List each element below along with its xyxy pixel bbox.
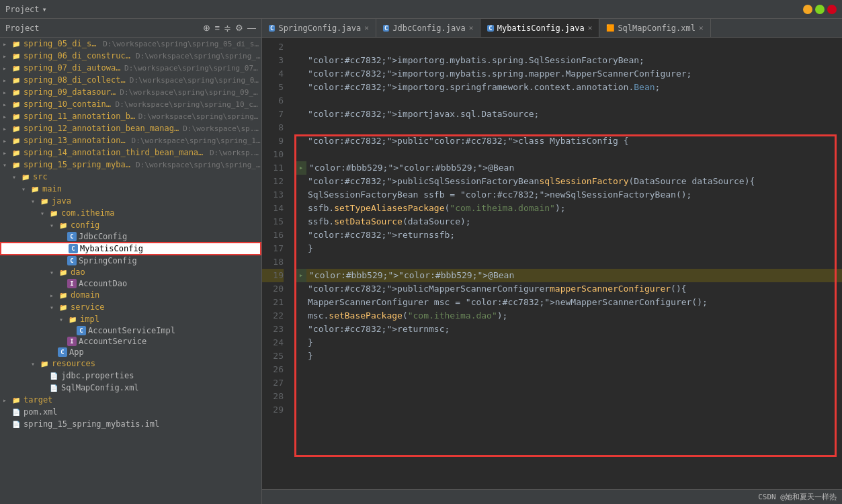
tree-item-spring_05[interactable]: ▸ 📁 spring_05_di_set D:\workspace\spring… [0,38,261,50]
line-content[interactable]: "color:#cc7832;">return [308,323,429,336]
line-content[interactable]: ssfb.setTypeAliasesPackage("com.itheima.… [308,202,566,215]
line-content[interactable]: "color:#cc7832;">public [308,282,429,296]
tab-close-button[interactable]: ✕ [469,24,474,32]
tree-item-iml[interactable]: 📄 spring_15_spring_mybatis.iml [0,418,261,430]
tab-MybatisConfig[interactable]: C MybatisConfig.java ✕ [480,19,599,37]
tree-item-spring_11[interactable]: ▸ 📁 spring_11_annotation_bean D:\workspa… [0,110,261,122]
tree-item-App[interactable]: C App [0,347,261,358]
tree-item-spring_09[interactable]: ▸ 📁 spring_09_datasource D:\workspace\sp… [0,86,261,98]
line-content[interactable] [308,148,313,161]
tree-item-config[interactable]: ▾ 📁 config [0,219,261,231]
line-content[interactable]: "color:#cc7832;">import [308,67,429,81]
line-content[interactable]: MapperScannerConfigurer msc = "color:#cc… [308,296,571,309]
tree-item-MybatisConfig[interactable]: C MybatisConfig [0,242,261,255]
line-content[interactable]: "color:#bbb529;">"color:#bbb529;">@Bean [309,269,514,282]
tab-close-button[interactable]: ✕ [699,24,704,32]
folder-icon: 📁 [20,171,31,182]
line-content[interactable]: "color:#cc7832;">public [308,175,429,188]
line-content[interactable]: msc.setBasePackage("com.itheima.dao"); [308,309,507,323]
line-content[interactable]: "color:#bbb529;">"color:#bbb529;">@Bean [309,161,514,175]
tree-item-AccountDao[interactable]: I AccountDao [0,278,261,289]
tree-item-name: pom.xml [24,407,58,417]
tree-item-dao[interactable]: ▾ 📁 dao [0,266,261,278]
tree-item-spring_08[interactable]: ▸ 📁 spring_08_di_collection D:\workspace… [0,74,261,86]
tab-java-icon: C [487,25,493,32]
line-content[interactable]: SqlSessionFactoryBean ssfb = "color:#cc7… [308,188,566,202]
tree-item-spring_07[interactable]: ▸ 📁 spring_07_di_autoware D:\workspace\s… [0,62,261,74]
line-content[interactable]: "color:#cc7832;">import [308,54,429,67]
line-content[interactable] [308,40,313,54]
line-content[interactable] [308,121,313,134]
tree-arrow: ▸ [3,137,11,144]
tree-item-java[interactable]: ▾ 📁 java [0,195,261,207]
folder-icon: 📁 [58,220,69,230]
folder-icon: 📁 [11,159,22,170]
tab-SpringConfig[interactable]: C SpringConfig.java ✕ [262,19,376,37]
code-editor[interactable]: 2345678910111213141516171819202122232425… [262,38,842,489]
tree-item-domain[interactable]: ▸ 📁 domain [0,289,261,301]
tree-item-spring_13[interactable]: ▸ 📁 spring_13_annotation_di D:\workspace… [0,134,261,146]
tree-item-spring_10[interactable]: ▸ 📁 spring_10_container D:\workspace\spr… [0,98,261,110]
tree-item-name: dao [71,267,85,277]
line-content[interactable]: "color:#cc7832;">import [308,81,429,94]
tree-item-service[interactable]: ▾ 📁 service [0,301,261,313]
collapse-icon[interactable]: ≑ [224,23,231,33]
line-content[interactable]: } [308,242,313,255]
tree-item-pom[interactable]: 📄 pom.xml [0,406,261,418]
line-content[interactable]: } [308,349,313,363]
tree-arrow: ▾ [3,161,11,169]
tree-item-AccountServiceImpl[interactable]: C AccountServiceImpl [0,325,261,336]
tree-item-impl[interactable]: ▾ 📁 impl [0,313,261,325]
tab-SqlMapConfig[interactable]: 🟧 SqlMapConfig.xml ✕ [599,19,710,37]
code-line-4: "color:#cc7832;">import org.mybatis.spri… [294,67,842,81]
tab-xml-icon: 🟧 [606,24,614,32]
line-content[interactable]: ssfb.setDataSource(dataSource); [308,215,471,228]
bottom-bar: CSDN @她和夏天一样热 [262,489,842,504]
tree-item-SpringConfig[interactable]: C SpringConfig [0,255,261,266]
folder-icon: 📁 [11,135,22,146]
code-line-5: "color:#cc7832;">import org.springframew… [294,81,842,94]
line-content[interactable] [308,390,313,403]
tree-item-name: App [69,347,84,357]
line-content[interactable] [308,94,313,108]
line-content[interactable] [308,363,313,376]
xml-icon: 📄 [11,407,22,417]
new-file-icon[interactable]: ⊕ [203,23,210,33]
maximize-button[interactable] [815,5,825,14]
tree-item-main[interactable]: ▾ 📁 main [0,183,261,195]
tree-item-SqlMapConfig[interactable]: 📄 SqlMapConfig.xml [0,382,261,394]
tree-item-spring_15[interactable]: ▾ 📁 spring_15_spring_mybatis D:\workspac… [0,159,261,171]
expand-icon[interactable]: ≡ [214,23,220,33]
tree-item-spring_14[interactable]: ▸ 📁 spring_14_annotation_third_bean_mana… [0,146,261,159]
line-content[interactable]: "color:#cc7832;">import [308,108,429,121]
code-line-12: "color:#cc7832;">public SqlSessionFactor… [294,175,842,188]
line-content[interactable]: "color:#cc7832;">return [308,228,429,242]
tree-item-JdbcConfig[interactable]: C JdbcConfig [0,231,261,242]
tree-item-AccountService[interactable]: I AccountService [0,336,261,347]
code-line-24: } [294,336,842,349]
tree-item-spring_06[interactable]: ▸ 📁 spring_06_di_constructor D:\workspac… [0,50,261,62]
tree-item-src[interactable]: ▾ 📁 src [0,171,261,183]
line-content[interactable] [308,376,313,390]
tree-item-target[interactable]: ▸ 📁 target [0,394,261,406]
settings-icon[interactable]: ⚙ [235,23,243,33]
tree-arrow: ▸ [3,125,11,132]
line-content[interactable]: "color:#cc7832;">public [308,134,429,148]
tab-JdbcConfig[interactable]: C JdbcConfig.java ✕ [376,19,480,37]
tab-close-button[interactable]: ✕ [364,24,369,32]
title-bar-dropdown[interactable]: ▾ [42,5,47,14]
tree-path: D:\workspace\spring\spring_... [138,112,261,121]
tab-close-button[interactable]: ✕ [588,24,593,32]
tree-item-jdbc_props[interactable]: 📄 jdbc.properties [0,370,261,382]
code-lines[interactable]: "color:#cc7832;">import org.mybatis.spri… [289,40,842,417]
line-content[interactable] [308,403,313,417]
code-line-25: } [294,349,842,363]
minimize-button[interactable] [803,5,812,14]
tree-item-com_itheima[interactable]: ▾ 📁 com.itheima [0,207,261,219]
tree-item-spring_12[interactable]: ▸ 📁 spring_12_annotation_bean_manager D:… [0,122,261,134]
hide-sidebar-icon[interactable]: — [247,23,256,33]
line-content[interactable] [308,255,313,269]
close-button[interactable] [827,5,837,14]
line-content[interactable]: } [308,336,313,349]
tree-item-resources[interactable]: ▾ 📁 resources [0,358,261,370]
